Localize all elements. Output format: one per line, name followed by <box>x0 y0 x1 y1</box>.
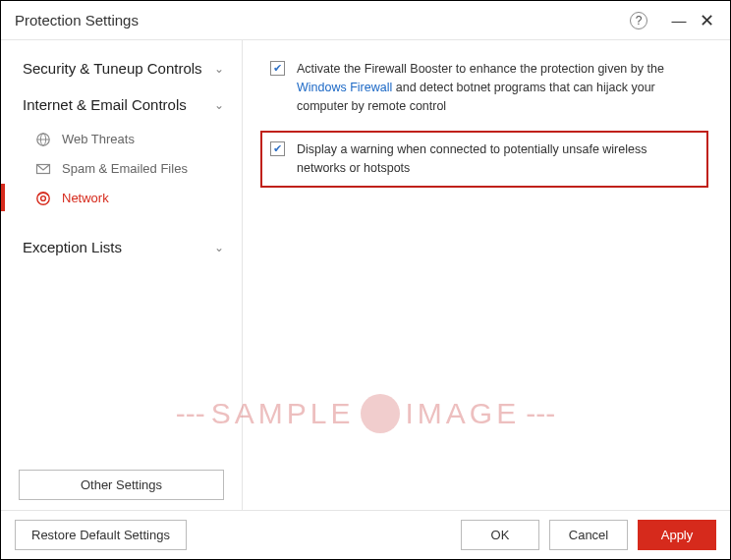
cancel-button[interactable]: Cancel <box>549 520 628 550</box>
option-firewall-booster: ✔ Activate the Firewall Booster to enhan… <box>270 60 704 115</box>
mail-icon <box>34 160 52 178</box>
sidebar-section-label: Exception Lists <box>23 239 122 257</box>
sidebar-section-exception-lists[interactable]: Exception Lists ⌄ <box>1 233 242 263</box>
firewall-booster-text: Activate the Firewall Booster to enhance… <box>297 60 704 115</box>
svg-point-4 <box>37 192 49 203</box>
apply-button[interactable]: Apply <box>638 520 716 550</box>
sidebar: Security & Tuneup Controls ⌄ Internet & … <box>1 40 243 510</box>
wifi-warning-checkbox[interactable]: ✔ <box>270 141 285 156</box>
sidebar-section-label: Security & Tuneup Controls <box>23 60 202 79</box>
ok-button[interactable]: OK <box>461 520 539 550</box>
text-part: Activate the Firewall Booster to enhance… <box>297 62 664 76</box>
footer: Restore Default Settings OK Cancel Apply <box>1 510 730 559</box>
close-button[interactable]: ✕ <box>697 12 716 29</box>
sidebar-section-security-tuneup[interactable]: Security & Tuneup Controls ⌄ <box>1 54 242 84</box>
network-icon <box>34 190 52 207</box>
sidebar-item-web-threats[interactable]: Web Threats <box>1 125 242 154</box>
sidebar-item-spam-emailed-files[interactable]: Spam & Emailed Files <box>1 154 242 184</box>
globe-icon <box>34 131 52 148</box>
other-settings-button[interactable]: Other Settings <box>19 470 224 500</box>
sidebar-item-network[interactable]: Network <box>1 184 242 213</box>
sidebar-item-label: Spam & Emailed Files <box>62 161 188 176</box>
svg-point-5 <box>41 196 46 200</box>
chevron-down-icon: ⌄ <box>214 241 224 254</box>
firewall-booster-checkbox[interactable]: ✔ <box>270 61 285 76</box>
window-title: Protection Settings <box>15 12 630 28</box>
chevron-down-icon: ⌄ <box>214 62 224 76</box>
windows-firewall-link[interactable]: Windows Firewall <box>297 81 392 94</box>
active-indicator <box>1 184 5 211</box>
sidebar-item-label: Network <box>62 191 109 205</box>
option-wifi-warning: ✔ Display a warning when connected to po… <box>260 131 708 188</box>
sidebar-item-label: Web Threats <box>62 132 135 146</box>
restore-default-settings-button[interactable]: Restore Default Settings <box>15 520 187 550</box>
wifi-warning-text: Display a warning when connected to pote… <box>297 140 699 178</box>
help-icon[interactable]: ? <box>630 12 647 29</box>
sidebar-section-internet-email[interactable]: Internet & Email Controls ⌄ <box>1 90 242 121</box>
content-pane: ✔ Activate the Firewall Booster to enhan… <box>243 40 730 510</box>
chevron-down-icon: ⌄ <box>214 98 224 112</box>
sidebar-section-label: Internet & Email Controls <box>23 96 187 115</box>
minimize-button[interactable]: — <box>669 12 689 28</box>
